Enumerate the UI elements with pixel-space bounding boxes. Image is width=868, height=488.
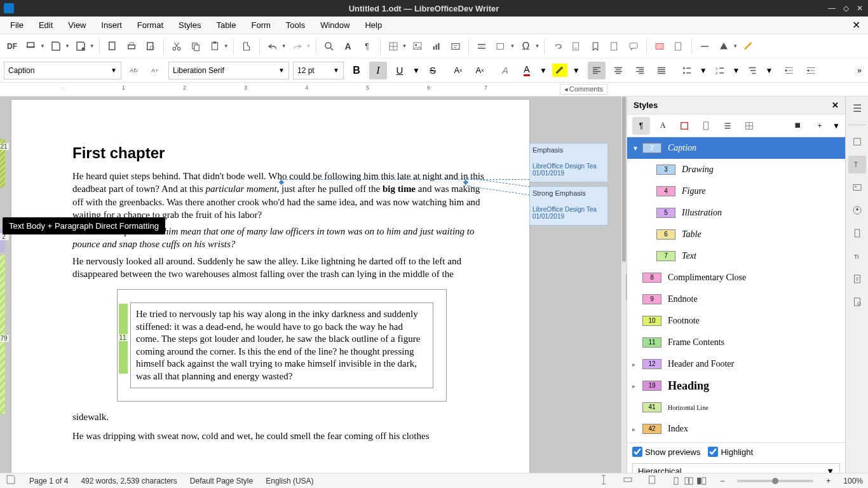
formatting-marks-button[interactable]: ¶ xyxy=(359,38,376,55)
expand-icon[interactable]: ▼ xyxy=(632,145,642,152)
zoom-value[interactable]: 100% xyxy=(843,477,863,485)
style-item[interactable]: ▸42Index xyxy=(627,418,845,440)
style-item[interactable]: 7Text xyxy=(627,245,845,267)
style-item[interactable]: ▸19Heading xyxy=(627,375,845,396)
outline-button[interactable] xyxy=(743,62,761,79)
footnote-button[interactable] xyxy=(568,38,585,55)
print-preview-button[interactable] xyxy=(142,38,159,55)
align-left-button[interactable] xyxy=(588,62,606,79)
zoom-out-button[interactable]: − xyxy=(720,477,724,485)
status-pagestyle[interactable]: Default Page Style xyxy=(190,477,253,485)
menu-tools[interactable]: Tools xyxy=(280,18,311,32)
style-item[interactable]: 9Endnote xyxy=(627,288,845,310)
undo-button[interactable] xyxy=(264,38,281,55)
undo-dropdown[interactable]: ▼ xyxy=(281,43,287,49)
toolbar-overflow-button[interactable]: » xyxy=(855,64,864,78)
menu-window[interactable]: Window xyxy=(314,18,356,32)
new-style-from-sel-button[interactable]: ＋ xyxy=(811,117,829,135)
basic-shapes-button[interactable] xyxy=(715,38,732,55)
menu-insert[interactable]: Insert xyxy=(95,18,128,32)
comments-header[interactable]: Comments xyxy=(560,84,607,95)
expand-icon[interactable]: ▸ xyxy=(632,426,642,433)
strikethrough-button[interactable]: S xyxy=(424,62,442,79)
table-styles-tab[interactable] xyxy=(740,117,758,135)
character-styles-tab[interactable]: A xyxy=(654,117,672,135)
expand-icon[interactable]: ▸ xyxy=(632,383,642,390)
paste-button[interactable] xyxy=(207,38,223,55)
underline-dropdown[interactable]: ▼ xyxy=(412,66,420,75)
style-item[interactable]: 3Drawing xyxy=(627,159,845,180)
save-as-button[interactable] xyxy=(72,38,89,55)
menu-form[interactable]: Form xyxy=(245,18,276,32)
show-changes-button[interactable] xyxy=(670,38,687,55)
selection-mode-icon[interactable] xyxy=(622,474,634,487)
align-right-button[interactable] xyxy=(631,62,649,79)
track-changes-button[interactable] xyxy=(651,38,668,55)
page-tab-icon[interactable] xyxy=(848,224,866,242)
insert-textbox-button[interactable] xyxy=(447,38,464,55)
shapes-dropdown[interactable]: ▼ xyxy=(733,43,738,49)
insert-chart-button[interactable] xyxy=(428,38,445,55)
outline-dropdown[interactable]: ▼ xyxy=(765,66,773,75)
redo-dropdown[interactable]: ▼ xyxy=(306,43,311,49)
comment-button[interactable] xyxy=(625,38,642,55)
open-dropdown[interactable]: ▼ xyxy=(40,43,45,49)
menu-format[interactable]: Format xyxy=(131,18,170,32)
redo-button[interactable] xyxy=(289,38,306,55)
paragraph[interactable]: He heard quiet steps behind. That didn't… xyxy=(72,170,491,221)
clear-formatting-button[interactable]: A xyxy=(496,62,514,79)
paragraph[interactable]: sidewalk. xyxy=(72,410,491,423)
save-dropdown[interactable]: ▼ xyxy=(65,43,70,49)
export-pdf-button[interactable] xyxy=(104,38,121,55)
status-words[interactable]: 492 words, 2,539 characters xyxy=(81,477,177,485)
status-page[interactable]: Page 1 of 4 xyxy=(29,477,68,485)
text-frame-content[interactable]: He tried to nervously tap his way along … xyxy=(130,302,433,388)
panel-close-button[interactable]: ✕ xyxy=(832,100,839,110)
paragraph[interactable]: He nervously looked all around. Suddenly… xyxy=(72,255,491,281)
styles-actions-dropdown[interactable]: ▼ xyxy=(832,121,840,130)
style-item[interactable]: 4Figure xyxy=(627,180,845,202)
open-button[interactable] xyxy=(23,38,39,55)
draw-functions-button[interactable] xyxy=(740,38,757,55)
new-style-button[interactable]: A+ xyxy=(147,62,165,79)
font-size-combo[interactable]: 12 pt▼ xyxy=(293,62,344,79)
navigator-tab-icon[interactable] xyxy=(848,201,866,219)
font-color-button[interactable]: A xyxy=(518,62,536,79)
window-close-button[interactable]: ✕ xyxy=(855,4,864,13)
accessibility-tab-icon[interactable] xyxy=(848,293,866,311)
underline-button[interactable]: U xyxy=(391,62,409,79)
cross-reference-button[interactable] xyxy=(606,38,623,55)
paragraph[interactable]: He was dripping with sweat now, cold and… xyxy=(72,430,491,442)
style-list[interactable]: ▼2Caption3Drawing4Figure5Illustration6Ta… xyxy=(627,137,845,442)
insert-mode-icon[interactable] xyxy=(598,474,609,487)
styles-tab-icon[interactable]: T xyxy=(848,156,866,173)
comment-item[interactable]: Strong Emphasis LibreOffice Design Tea 0… xyxy=(529,186,608,226)
window-minimize-button[interactable]: — xyxy=(827,4,836,13)
text-frame[interactable]: 11 He tried to nervously tap his way alo… xyxy=(117,289,447,402)
sidebar-splitter[interactable]: ◂ xyxy=(626,273,627,301)
menu-edit[interactable]: Edit xyxy=(32,18,59,32)
signature-icon[interactable] xyxy=(646,474,658,487)
style-item[interactable]: 41Horizontal Line xyxy=(627,396,845,418)
number-dropdown[interactable]: ▼ xyxy=(733,66,740,75)
field-dropdown[interactable]: ▼ xyxy=(510,43,515,49)
comment-item[interactable]: Emphasis LibreOffice Design Tea 01/01/20… xyxy=(529,143,608,182)
window-maximize-button[interactable]: ◇ xyxy=(841,4,850,13)
fill-format-button[interactable] xyxy=(789,117,807,135)
view-layout-icons[interactable] xyxy=(670,475,707,487)
italic-button[interactable]: I xyxy=(369,62,387,79)
style-item[interactable]: 6Table xyxy=(627,224,845,245)
style-item[interactable]: 11Frame Contents xyxy=(627,332,845,353)
specialchar-dropdown[interactable]: ▼ xyxy=(534,43,539,49)
highlight-dropdown[interactable]: ▼ xyxy=(573,66,580,75)
save-indicator-icon[interactable] xyxy=(5,474,17,487)
expand-icon[interactable]: ▸ xyxy=(632,361,642,368)
superscript-button[interactable]: Ax xyxy=(449,62,467,79)
menu-styles[interactable]: Styles xyxy=(172,18,207,32)
heading-1[interactable]: First chapter xyxy=(72,144,491,162)
list-styles-tab[interactable] xyxy=(719,117,736,135)
print-button[interactable] xyxy=(123,38,140,55)
hyperlink-button[interactable] xyxy=(549,38,566,55)
highlight-checkbox[interactable]: Highlight xyxy=(708,447,753,457)
find-button[interactable] xyxy=(321,38,337,55)
